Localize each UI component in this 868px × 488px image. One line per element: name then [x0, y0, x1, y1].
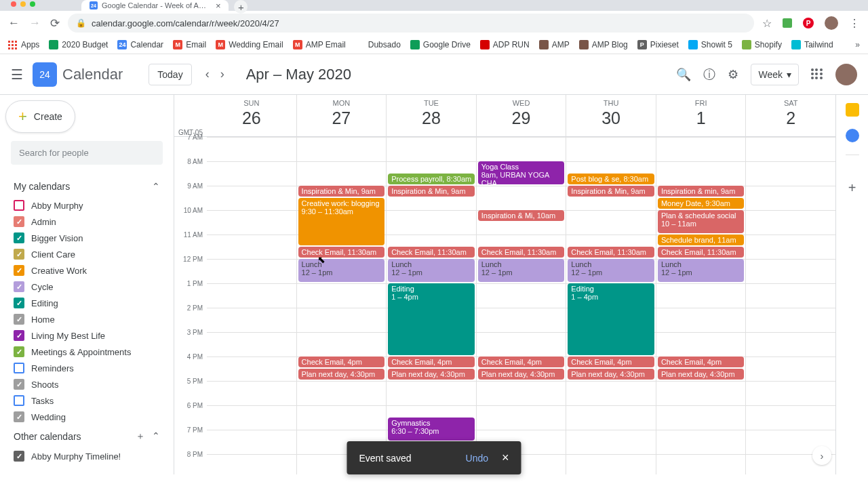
- bookmark-star-icon[interactable]: ☆: [762, 17, 772, 30]
- calendar-toggle[interactable]: Abby Murphy: [11, 197, 163, 214]
- bookmark-item[interactable]: ADP RUN: [480, 40, 530, 49]
- reload-icon[interactable]: ⟳: [50, 16, 60, 30]
- calendar-event[interactable]: Inspiration & Min, 9am: [388, 186, 475, 197]
- day-header[interactable]: SUN26: [207, 95, 297, 136]
- close-icon[interactable]: ×: [216, 1, 221, 11]
- create-button[interactable]: + Create: [5, 100, 75, 133]
- view-dropdown[interactable]: Week ▾: [751, 64, 799, 85]
- day-column[interactable]: [746, 137, 835, 474]
- calendar-event[interactable]: Check Email, 11:30am: [298, 247, 385, 258]
- window-maximize-icon[interactable]: [30, 1, 35, 7]
- calendar-event[interactable]: Check Email, 11:30am: [568, 247, 654, 258]
- my-calendars-header[interactable]: My calendars ⌃: [11, 176, 163, 197]
- calendar-event[interactable]: Check Email, 4pm: [478, 357, 565, 367]
- other-calendars-header[interactable]: Other calendars ＋⌃: [11, 425, 163, 448]
- close-icon[interactable]: ×: [502, 451, 509, 465]
- bookmark-item[interactable]: MEmail: [173, 40, 206, 49]
- browser-tab[interactable]: 24 Google Calendar - Week of A… ×: [81, 0, 229, 11]
- bookmark-item[interactable]: AMP: [539, 40, 570, 49]
- calendar-toggle[interactable]: Meetings & Appointments: [11, 344, 163, 360]
- calendar-event[interactable]: Lunch12 – 1pm: [478, 259, 565, 282]
- main-menu-icon[interactable]: ☰: [11, 66, 27, 83]
- search-people-input[interactable]: Search for people: [11, 141, 163, 165]
- bookmark-item[interactable]: 24Calendar: [117, 40, 163, 49]
- calendar-event[interactable]: Editing1 – 4pm: [388, 283, 475, 355]
- settings-gear-icon[interactable]: ⚙: [728, 67, 738, 82]
- calendar-event[interactable]: Inspiration & min, 9am: [658, 186, 745, 197]
- url-input[interactable]: 🔒 calendar.google.com/calendar/r/week/20…: [68, 14, 754, 33]
- add-calendar-icon[interactable]: ＋: [136, 430, 145, 443]
- calendar-event[interactable]: Check Email, 4pm: [658, 357, 745, 367]
- calendar-event[interactable]: Yoga Class8am, URBAN YOGA CHA: [478, 161, 565, 184]
- day-column[interactable]: [207, 137, 297, 474]
- extension-icon[interactable]: [783, 18, 792, 28]
- calendar-event[interactable]: Inspiration & Min, 9am: [298, 186, 385, 197]
- calendar-event[interactable]: Process payroll, 8:30am: [388, 174, 475, 184]
- day-header[interactable]: SAT2: [746, 95, 835, 136]
- calendar-toggle[interactable]: Bigger Vision: [11, 230, 163, 246]
- day-header[interactable]: THU30: [566, 95, 656, 136]
- calendar-event[interactable]: Check Email, 4pm: [388, 357, 475, 367]
- bookmark-item[interactable]: Google Drive: [410, 40, 471, 49]
- calendar-toggle[interactable]: Abby Murphy Timeline!: [11, 448, 163, 464]
- calendar-event[interactable]: Plan next day, 4:30pm: [568, 369, 654, 380]
- search-icon[interactable]: 🔍: [676, 67, 691, 82]
- window-minimize-icon[interactable]: [20, 1, 26, 7]
- calendar-event[interactable]: Lunch12 – 1pm: [298, 259, 385, 282]
- apps-bookmark[interactable]: Apps: [8, 40, 39, 49]
- calendar-toggle[interactable]: Client Care: [11, 246, 163, 262]
- calendar-event[interactable]: Plan next day, 4:30pm: [388, 369, 475, 380]
- next-week-icon[interactable]: ›: [220, 67, 224, 81]
- tasks-icon[interactable]: [846, 129, 859, 142]
- calendar-event[interactable]: Lunch12 – 1pm: [568, 259, 654, 282]
- calendar-event[interactable]: Schedule brand, 11am: [658, 235, 745, 245]
- day-header[interactable]: MON27: [297, 95, 387, 136]
- calendar-toggle[interactable]: Editing: [11, 295, 163, 311]
- calendar-toggle[interactable]: Shoots: [11, 376, 163, 392]
- calendar-event[interactable]: Inspiration & Mi, 10am: [478, 210, 565, 221]
- bookmark-item[interactable]: 2020 Budget: [49, 40, 108, 49]
- calendar-event[interactable]: Plan next day, 4:30pm: [658, 369, 745, 380]
- day-column[interactable]: Inspiration & min, 9amMoney Date, 9:30am…: [656, 137, 747, 474]
- calendar-event[interactable]: Gymnastics6:30 – 7:30pm: [388, 418, 475, 441]
- bookmark-item[interactable]: MAMP Email: [293, 40, 346, 49]
- calendar-event[interactable]: Money Date, 9:30am: [658, 198, 745, 209]
- day-column[interactable]: Inspiration & Min, 9amCreative work: blo…: [297, 137, 387, 474]
- calendar-toggle[interactable]: Tasks: [11, 392, 163, 409]
- calendar-event[interactable]: Plan next day, 4:30pm: [478, 369, 565, 380]
- google-apps-icon[interactable]: [811, 68, 823, 81]
- day-header[interactable]: TUE28: [387, 95, 477, 136]
- prev-week-icon[interactable]: ‹: [205, 67, 210, 81]
- expand-side-panel-icon[interactable]: ›: [812, 446, 831, 465]
- bookmark-item[interactable]: PPixieset: [637, 40, 679, 49]
- calendar-event[interactable]: Inspiration & Min, 9am: [568, 186, 654, 197]
- browser-menu-icon[interactable]: ⋮: [849, 17, 860, 30]
- calendar-toggle[interactable]: Living My Best Life: [11, 327, 163, 344]
- calendar-toggle[interactable]: Reminders: [11, 360, 163, 376]
- calendar-toggle[interactable]: Cycle: [11, 279, 163, 295]
- add-addon-icon[interactable]: +: [848, 180, 856, 196]
- help-icon[interactable]: ⓘ: [703, 66, 715, 83]
- undo-button[interactable]: Undo: [466, 453, 488, 464]
- calendar-toggle[interactable]: Wedding: [11, 409, 163, 425]
- calendar-toggle[interactable]: Home: [11, 311, 163, 327]
- calendar-event[interactable]: Creative work: blogging9:30 – 11:30am: [298, 198, 385, 245]
- keep-icon[interactable]: [846, 103, 859, 117]
- calendar-event[interactable]: Lunch12 – 1pm: [658, 259, 745, 282]
- bookmarks-overflow-icon[interactable]: »: [855, 40, 860, 49]
- day-column[interactable]: Post blog & se, 8:30amInspiration & Min,…: [566, 137, 656, 474]
- calendar-event[interactable]: Check Email, 4pm: [298, 357, 385, 367]
- calendar-event[interactable]: Editing1 – 4pm: [568, 283, 654, 355]
- profile-avatar-icon[interactable]: [825, 16, 838, 30]
- window-close-icon[interactable]: [11, 1, 16, 7]
- account-avatar-icon[interactable]: [835, 64, 857, 85]
- day-header[interactable]: FRI1: [656, 95, 747, 136]
- calendar-event[interactable]: Post blog & se, 8:30am: [568, 174, 654, 184]
- day-column[interactable]: Process payroll, 8:30amInspiration & Min…: [387, 137, 477, 474]
- day-header[interactable]: WED29: [477, 95, 567, 136]
- back-icon[interactable]: ←: [8, 16, 20, 30]
- bookmark-item[interactable]: Shopify: [742, 40, 782, 49]
- calendar-event[interactable]: Check Email, 4pm: [568, 357, 654, 367]
- bookmark-item[interactable]: Showit 5: [688, 40, 732, 49]
- calendar-event[interactable]: Check Email, 11:30am: [388, 247, 475, 258]
